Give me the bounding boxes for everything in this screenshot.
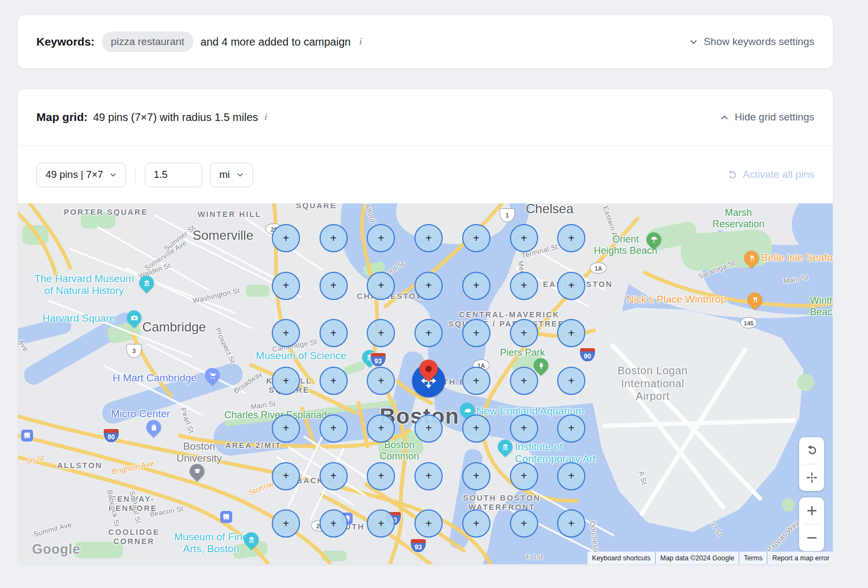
grid-pin-r3-c5[interactable]: +: [462, 319, 490, 347]
grid-pin-r4-c1[interactable]: +: [272, 367, 300, 395]
move-arrows-icon: [419, 371, 439, 391]
grid-pin-r7-c6[interactable]: +: [510, 509, 538, 538]
grid-pin-r5-c2[interactable]: +: [320, 414, 348, 443]
minus-icon: [806, 532, 818, 544]
grid-pin-r7-c4[interactable]: +: [414, 509, 443, 538]
grid-pin-r2-c4[interactable]: +: [414, 272, 443, 300]
chevron-up-icon: [720, 113, 729, 122]
grid-pin-r5-c5[interactable]: +: [462, 414, 490, 443]
map-edit-controls: [799, 437, 824, 491]
grid-pin-r1-c3[interactable]: +: [367, 224, 395, 252]
grid-pin-r5-c3[interactable]: +: [367, 414, 395, 443]
grid-pin-r2-c5[interactable]: +: [462, 272, 490, 300]
chevron-down-icon: [110, 171, 117, 178]
google-logo: Google: [32, 541, 80, 557]
grid-pin-r3-c4[interactable]: +: [414, 319, 443, 347]
grid-pin-r3-c7[interactable]: +: [557, 319, 585, 347]
crosshair-icon: [806, 472, 818, 483]
grid-pin-r4-c5[interactable]: +: [462, 367, 490, 395]
grid-pin-r7-c5[interactable]: +: [462, 509, 490, 538]
pins-count-select[interactable]: 49 pins | 7×7: [36, 163, 126, 187]
undo-icon: [727, 170, 737, 180]
keywords-label: Keywords:: [36, 35, 94, 48]
undo-icon: [806, 445, 818, 456]
grid-pin-r6-c1[interactable]: +: [272, 462, 300, 490]
chevron-down-icon: [237, 171, 244, 178]
report-map-error-link[interactable]: Report a map error: [768, 552, 833, 565]
grid-settings-toolbar: 49 pins | 7×7 mi Activate all pins: [18, 146, 833, 203]
radius-unit-value: mi: [219, 169, 230, 181]
grid-pin-r1-c7[interactable]: +: [557, 224, 585, 252]
keywords-summary: Keywords: pizza restaurant and 4 more ad…: [36, 31, 363, 52]
hide-grid-settings-label: Hide grid settings: [735, 111, 814, 123]
show-keywords-settings-label: Show keywords settings: [704, 36, 814, 48]
map-grid-label: Map grid:: [36, 111, 88, 124]
hide-grid-settings-button[interactable]: Hide grid settings: [720, 111, 814, 123]
grid-pin-r3-c2[interactable]: +: [320, 319, 348, 347]
grid-pin-r6-c5[interactable]: +: [462, 462, 490, 490]
map-grid-header: Map grid: 49 pins (7×7) with radius 1.5 …: [18, 89, 833, 146]
grid-pin-r1-c5[interactable]: +: [462, 224, 490, 252]
grid-pin-r2-c6[interactable]: +: [510, 272, 538, 300]
zoom-out-button[interactable]: [799, 525, 824, 551]
grid-pin-r6-c2[interactable]: +: [320, 462, 348, 490]
grid-pin-r7-c2[interactable]: +: [320, 509, 348, 538]
grid-pin-r2-c1[interactable]: +: [272, 272, 300, 300]
grid-pin-r4-c3[interactable]: +: [367, 367, 395, 395]
plus-icon: [806, 505, 818, 516]
grid-pin-r1-c1[interactable]: +: [272, 224, 300, 252]
keyboard-shortcuts-button[interactable]: Keyboard shortcuts: [588, 552, 655, 565]
grid-pin-r1-c4[interactable]: +: [414, 224, 443, 252]
radius-input[interactable]: [145, 163, 202, 187]
keywords-card: Keywords: pizza restaurant and 4 more ad…: [17, 15, 833, 69]
map-recenter-button[interactable]: [799, 464, 824, 491]
grid-pin-r6-c3[interactable]: +: [367, 462, 395, 490]
map-grid-info-icon[interactable]: i: [264, 112, 269, 123]
map-zoom-controls: [799, 497, 824, 551]
grid-pin-r4-c2[interactable]: +: [320, 367, 348, 395]
grid-pin-r1-c6[interactable]: +: [510, 224, 538, 252]
grid-pin-r5-c6[interactable]: +: [510, 414, 538, 443]
keywords-suffix: and 4 more added to campaign: [201, 36, 351, 48]
terms-link[interactable]: Terms: [739, 552, 767, 565]
grid-pin-r7-c3[interactable]: +: [367, 509, 395, 538]
grid-pin-r2-c7[interactable]: +: [557, 272, 585, 300]
map-grid-summary: 49 pins (7×7) with radius 1.5 miles: [93, 111, 258, 124]
grid-pin-r2-c3[interactable]: +: [367, 272, 395, 300]
map-grid-card: Map grid: 49 pins (7×7) with radius 1.5 …: [17, 88, 833, 565]
keyword-pill[interactable]: pizza restaurant: [102, 31, 193, 52]
grid-pin-r5-c7[interactable]: +: [557, 414, 585, 443]
grid-pin-r6-c4[interactable]: +: [414, 462, 443, 490]
grid-center-move-handle[interactable]: [412, 365, 445, 398]
map[interactable]: PORTER SQUAREWINTER HILLSQUARESomerville…: [18, 203, 833, 565]
grid-pin-r5-c4[interactable]: +: [414, 414, 443, 443]
grid-pin-r7-c1[interactable]: +: [272, 509, 300, 538]
grid-pin-r6-c7[interactable]: +: [557, 462, 585, 490]
grid-pin-r2-c2[interactable]: +: [320, 272, 348, 300]
toolbar-divider: [135, 167, 136, 183]
grid-pin-r1-c2[interactable]: +: [320, 224, 348, 252]
chevron-down-icon: [690, 38, 698, 46]
pins-count-value: 49 pins | 7×7: [46, 169, 103, 181]
grid-pin-r3-c6[interactable]: +: [510, 319, 538, 347]
grid-pin-r5-c1[interactable]: +: [272, 414, 300, 443]
radius-unit-select[interactable]: mi: [210, 163, 253, 187]
grid-pin-r6-c6[interactable]: +: [510, 462, 538, 490]
grid-pin-r3-c1[interactable]: +: [272, 319, 300, 347]
show-keywords-settings-button[interactable]: Show keywords settings: [690, 36, 814, 48]
zoom-in-button[interactable]: [799, 497, 824, 524]
map-data-credit: Map data ©2024 Google: [656, 552, 738, 565]
map-attribution: Keyboard shortcuts Map data ©2024 Google…: [588, 552, 833, 565]
grid-pin-r3-c3[interactable]: +: [367, 319, 395, 347]
grid-pin-r7-c7[interactable]: +: [557, 509, 585, 538]
keywords-info-icon[interactable]: i: [358, 36, 363, 47]
map-undo-button[interactable]: [799, 437, 824, 464]
activate-all-pins-label: Activate all pins: [743, 169, 814, 181]
grid-pin-r4-c6[interactable]: +: [510, 367, 538, 395]
activate-all-pins-button[interactable]: Activate all pins: [727, 169, 814, 181]
grid-pin-r4-c7[interactable]: +: [557, 367, 585, 395]
